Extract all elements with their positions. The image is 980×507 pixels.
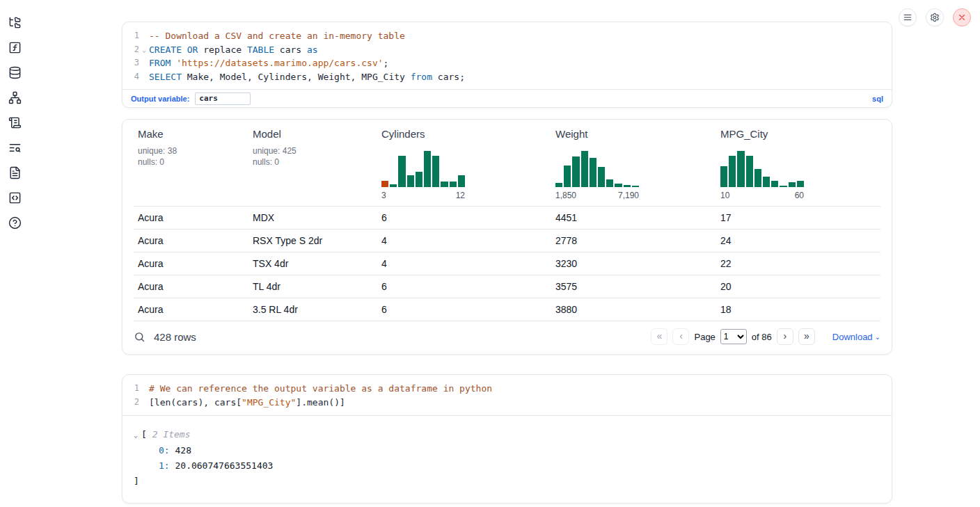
table-header-row: Makeunique: 38nulls: 0Modelunique: 425nu… [134, 128, 880, 207]
histogram-bar[interactable] [771, 181, 778, 188]
code-line: 2⌄CREATE OR replace TABLE cars as [122, 43, 892, 57]
download-label: Download [832, 332, 873, 342]
page-label: Page [694, 332, 715, 342]
file-tree-icon[interactable] [7, 15, 22, 29]
histogram-bar[interactable] [458, 175, 465, 187]
first-page-icon[interactable]: « [651, 328, 667, 345]
histogram-bar[interactable] [632, 186, 639, 187]
histogram-bar[interactable] [598, 167, 605, 187]
line-number: 1 [122, 382, 139, 396]
function-icon[interactable] [7, 40, 22, 54]
last-page-icon[interactable]: » [798, 328, 815, 345]
histogram-bar[interactable] [390, 184, 397, 187]
table-cell: 3230 [551, 258, 716, 269]
histogram-bar[interactable] [754, 169, 761, 187]
snippets-icon[interactable] [7, 191, 22, 204]
collapse-chevron-icon[interactable]: ⌄ [134, 431, 138, 439]
fold-gutter [139, 70, 149, 84]
sql-cell-footer: Output variable: sql [122, 89, 892, 107]
fold-gutter [139, 382, 149, 396]
table-row[interactable]: AcuraMDX6445117 [134, 207, 880, 230]
histogram-bar[interactable] [564, 166, 571, 187]
table-row[interactable]: AcuraTL 4dr6357520 [134, 275, 880, 298]
data-table: Makeunique: 38nulls: 0Modelunique: 425nu… [122, 120, 892, 321]
code-line: 2[len(cars), cars["MPG_City"].mean()] [122, 396, 892, 410]
logs-icon[interactable] [7, 140, 22, 154]
table-row[interactable]: Acura3.5 RL 4dr6388018 [134, 298, 880, 321]
histogram-bar[interactable] [432, 156, 439, 187]
code-line: 1# We can reference the output variable … [122, 382, 892, 396]
histogram-max: 7,190 [618, 191, 639, 200]
help-icon[interactable] [7, 216, 22, 230]
table-cell: 6 [377, 304, 551, 315]
menu-icon[interactable] [899, 8, 917, 26]
items-count-label: 2 Items [147, 429, 191, 440]
row-count: 428 rows [154, 331, 196, 343]
histogram-bar[interactable] [624, 185, 631, 187]
table-cell: 4451 [551, 212, 716, 223]
download-button[interactable]: Download ⌄ [832, 332, 880, 342]
search-icon[interactable] [134, 331, 145, 343]
histogram-bar[interactable] [606, 179, 613, 187]
sidebar [7, 15, 22, 230]
histogram-bar[interactable] [590, 158, 596, 187]
histogram-bar[interactable] [416, 172, 422, 188]
histogram-bar[interactable] [720, 166, 727, 187]
table-cell: RSX Type S 2dr [248, 235, 377, 246]
histogram-bar[interactable] [381, 181, 388, 188]
database-icon[interactable] [7, 65, 22, 79]
chevron-down-icon: ⌄ [875, 333, 880, 341]
histogram-bar[interactable] [555, 183, 562, 187]
prev-page-icon[interactable]: ‹ [672, 328, 689, 345]
output-variable-input[interactable] [195, 92, 251, 105]
table-cell: 2778 [551, 235, 716, 246]
histogram-bar[interactable] [450, 182, 457, 188]
histogram-bar[interactable] [581, 151, 588, 187]
table-cell: Acura [134, 281, 248, 292]
histogram-bar[interactable] [424, 151, 431, 187]
column-stats: unique: 425nulls: 0 [253, 145, 377, 168]
histogram-bar[interactable] [398, 156, 405, 187]
histogram-bar[interactable] [789, 182, 796, 188]
column-name[interactable]: Model [253, 128, 377, 140]
column-name[interactable]: MPG_City [720, 128, 880, 140]
fold-chevron-icon[interactable]: ⌄ [139, 43, 149, 57]
table-cell: TL 4dr [248, 281, 377, 292]
dependency-graph-icon[interactable] [7, 90, 22, 104]
table-footer: 428 rows « ‹ Page 1 of 86 › » Download ⌄ [122, 321, 892, 354]
histogram-bar[interactable] [763, 177, 770, 187]
column-header: MPG_City1060 [716, 128, 880, 200]
table-row[interactable]: AcuraTSX 4dr4323022 [134, 252, 880, 275]
histogram-bar[interactable] [407, 175, 414, 187]
open-bracket: [ [141, 429, 147, 440]
column-name[interactable]: Weight [555, 128, 716, 140]
code-line: 1-- Download a CSV and create an in-memo… [122, 29, 892, 43]
code-text: CREATE OR replace TABLE cars as [149, 43, 318, 57]
histogram-bar[interactable] [780, 186, 787, 187]
histogram-bar[interactable] [746, 156, 753, 187]
scratchpad-icon[interactable] [7, 115, 22, 129]
histogram-max: 12 [456, 191, 465, 200]
histogram-bar[interactable] [572, 156, 579, 187]
histogram-bar[interactable] [737, 151, 744, 187]
page-select[interactable]: 1 [720, 329, 747, 344]
python-code-editor[interactable]: 1# We can reference the output variable … [122, 375, 892, 415]
histogram-bar[interactable] [729, 156, 736, 187]
code-text: FROM 'https://datasets.marimo.app/cars.c… [149, 56, 388, 70]
histogram-bar[interactable] [615, 184, 622, 187]
settings-gear-icon[interactable] [926, 8, 944, 26]
column-name[interactable]: Cylinders [381, 128, 551, 140]
table-cell: MDX [248, 212, 377, 223]
column-header: Makeunique: 38nulls: 0 [134, 128, 248, 200]
column-name[interactable]: Make [138, 128, 248, 140]
entry-value: 428 [175, 445, 191, 456]
histogram-bar[interactable] [441, 182, 448, 188]
next-page-icon[interactable]: › [777, 328, 793, 345]
histogram-bar[interactable] [797, 181, 804, 188]
output-tree-head: ⌄[ 2 Items [134, 427, 880, 443]
sql-code-editor[interactable]: 1-- Download a CSV and create an in-memo… [122, 22, 892, 89]
table-row[interactable]: AcuraRSX Type S 2dr4277824 [134, 230, 880, 252]
table-cell: 4 [377, 258, 551, 269]
close-icon[interactable] [953, 8, 971, 26]
documentation-icon[interactable] [7, 166, 22, 179]
